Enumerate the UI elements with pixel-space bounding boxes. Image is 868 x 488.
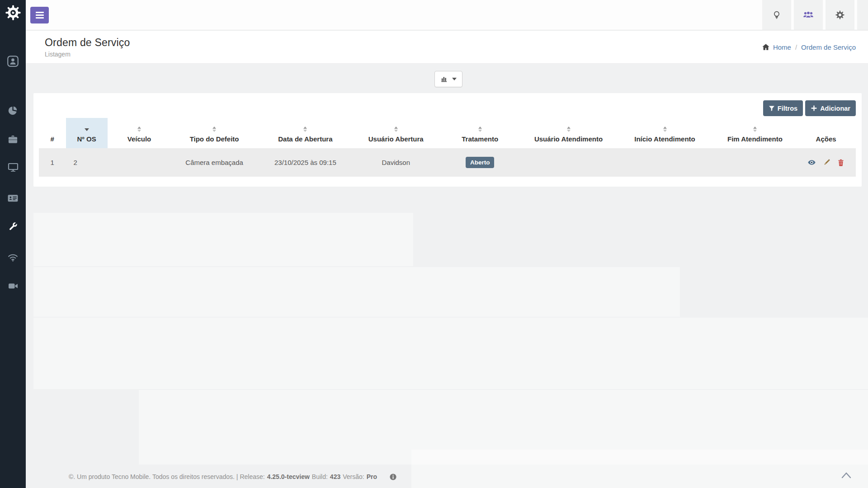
footer-version-label: Versão: — [343, 473, 364, 480]
breadcrumb-separator: / — [795, 43, 797, 51]
sidebar-item-video-camera[interactable] — [0, 281, 26, 291]
cell-defect-type: Câmera embaçada — [171, 148, 257, 177]
filters-button[interactable]: Filtros — [763, 100, 803, 116]
breadcrumb-current: Ordem de Serviço — [801, 43, 856, 51]
cell-os-number: 2 — [66, 148, 108, 177]
cell-treatment: Aberto — [439, 148, 521, 177]
column-header-service-end[interactable]: Fim Atendimento — [714, 118, 796, 148]
sidebar-item-id-card[interactable] — [0, 192, 26, 204]
view-icon[interactable] — [807, 158, 816, 167]
add-button-label: Adicionar — [820, 105, 850, 112]
plus-icon — [811, 105, 817, 112]
footer-release-value: 4.25.0-tecview — [267, 473, 310, 480]
column-header-service-start[interactable]: Início Atendimento — [616, 118, 714, 148]
column-header-defect-type[interactable]: Tipo do Defeito — [171, 118, 257, 148]
column-header-treatment[interactable]: Tratamento — [439, 118, 521, 148]
edit-icon[interactable] — [822, 158, 831, 167]
page-header: Ordem de Serviço Listagem Home / Ordem d… — [26, 31, 868, 64]
column-header-os-number[interactable]: Nº OS — [66, 118, 108, 148]
delete-icon[interactable] — [837, 159, 845, 167]
service-orders-table: # Nº OS Veículo Tipo do Defeito — [39, 118, 856, 177]
page-subtitle: Listagem — [45, 51, 130, 58]
lightbulb-icon[interactable] — [762, 0, 791, 30]
service-orders-card: Filtros Adicionar — [33, 93, 862, 187]
bar-chart-icon — [440, 75, 448, 83]
sidebar-item-briefcase[interactable] — [0, 134, 26, 145]
cell-vehicle — [108, 148, 171, 177]
navbar-spacer — [857, 0, 868, 30]
column-header-open-user[interactable]: Usuário Abertura — [353, 118, 439, 148]
settings-gear-icon[interactable] — [826, 0, 854, 30]
ghost-panel — [33, 213, 413, 266]
footer-version-value: Pro — [367, 473, 377, 480]
sidebar — [0, 0, 26, 488]
column-header-service-user[interactable]: Usuário Atendimento — [521, 118, 616, 148]
sidebar-item-wifi[interactable] — [0, 251, 26, 263]
add-button[interactable]: Adicionar — [805, 100, 856, 116]
footer-build-value: 423 — [330, 473, 340, 480]
cell-service-end — [714, 148, 796, 177]
menu-toggle-button[interactable] — [30, 7, 49, 23]
cell-open-user: Davidson — [353, 148, 439, 177]
cell-service-user — [521, 148, 616, 177]
table-row: 1 2 Câmera embaçada 23/10/2025 às 09:15 … — [39, 148, 856, 177]
chevron-down-icon — [452, 78, 457, 80]
status-badge: Aberto — [466, 157, 495, 168]
cell-open-date: 23/10/2025 às 09:15 — [258, 148, 353, 177]
sort-icon — [567, 127, 571, 132]
sort-icon — [394, 127, 398, 132]
sort-icon — [303, 127, 307, 132]
sidebar-item-user[interactable] — [0, 55, 26, 67]
sort-icon — [212, 127, 216, 132]
main-content: Filtros Adicionar — [26, 64, 868, 488]
sort-icon — [753, 127, 757, 132]
cell-actions — [796, 148, 856, 177]
filters-button-label: Filtros — [778, 105, 797, 112]
sort-icon — [137, 127, 141, 132]
info-icon[interactable] — [389, 473, 397, 481]
home-icon — [762, 43, 770, 51]
column-header-index: # — [39, 118, 66, 148]
column-header-vehicle[interactable]: Veículo — [108, 118, 171, 148]
chart-dropdown-button[interactable] — [434, 71, 462, 87]
page-title-block: Ordem de Serviço Listagem — [45, 37, 130, 58]
top-navbar — [26, 0, 868, 30]
ghost-panel — [33, 267, 680, 317]
sort-icon — [663, 127, 667, 132]
filter-icon — [769, 105, 775, 112]
breadcrumb-home-link[interactable]: Home — [773, 43, 791, 51]
footer-build-label: Build: — [312, 473, 328, 480]
sidebar-item-wrench[interactable] — [0, 221, 26, 232]
footer-copyright: ©. Um produto Tecno Mobile. Todos os dir… — [69, 473, 265, 480]
sort-desc-icon — [85, 128, 89, 131]
scroll-to-top-icon[interactable] — [840, 470, 853, 481]
cell-service-start — [616, 148, 714, 177]
page-title: Ordem de Serviço — [45, 37, 130, 49]
table-header-row: # Nº OS Veículo Tipo do Defeito — [39, 118, 856, 148]
navbar-right — [762, 0, 868, 30]
cell-index: 1 — [39, 148, 66, 177]
brand-gear-icon — [0, 4, 26, 21]
column-header-actions: Ações — [796, 118, 856, 148]
users-icon[interactable] — [794, 0, 823, 30]
card-actions: Filtros Adicionar — [763, 100, 856, 116]
footer: ©. Um produto Tecno Mobile. Todos os dir… — [52, 465, 868, 488]
ghost-panel — [33, 318, 868, 389]
sort-icon — [478, 127, 482, 132]
sidebar-item-pie-chart[interactable] — [0, 105, 26, 116]
column-header-open-date[interactable]: Data de Abertura — [258, 118, 353, 148]
breadcrumb: Home / Ordem de Serviço — [762, 43, 856, 51]
sidebar-item-monitor[interactable] — [0, 162, 26, 173]
